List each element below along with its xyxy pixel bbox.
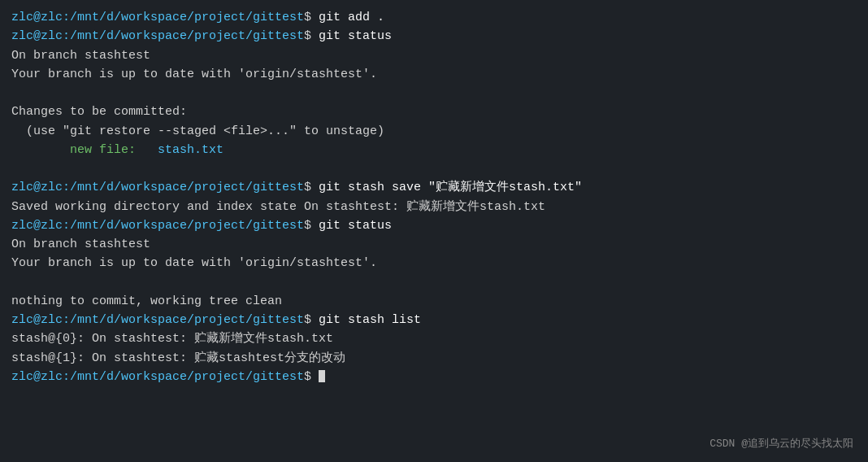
terminal-line: zlc@zlc:/mnt/d/workspace/project/gittest… <box>11 368 857 386</box>
watermark: CSDN @追到乌云的尽头找太阳 <box>710 436 853 452</box>
terminal-line: nothing to commit, working tree clean <box>11 292 857 311</box>
terminal-line: stash@{1}: On stashtest: 贮藏stashtest分支的改… <box>11 349 857 368</box>
terminal-line: Your branch is up to date with 'origin/s… <box>11 65 857 84</box>
terminal-line: Changes to be committed: <box>11 102 857 121</box>
terminal-line: stash@{0}: On stashtest: 贮藏新增文件stash.txt <box>11 329 857 348</box>
terminal-line: (use "git restore --staged <file>..." to… <box>11 122 857 141</box>
terminal-line <box>11 159 857 178</box>
terminal-line: zlc@zlc:/mnt/d/workspace/project/gittest… <box>11 216 857 235</box>
terminal-output: zlc@zlc:/mnt/d/workspace/project/gittest… <box>11 8 857 386</box>
terminal-line: zlc@zlc:/mnt/d/workspace/project/gittest… <box>11 311 857 329</box>
terminal-line <box>11 84 857 102</box>
terminal-line: zlc@zlc:/mnt/d/workspace/project/gittest… <box>11 27 857 46</box>
terminal-line: On branch stashtest <box>11 46 857 65</box>
terminal-line: Your branch is up to date with 'origin/s… <box>11 254 857 272</box>
terminal-line: On branch stashtest <box>11 235 857 254</box>
terminal-line <box>11 273 857 292</box>
terminal-line: zlc@zlc:/mnt/d/workspace/project/gittest… <box>11 8 857 27</box>
terminal-window: zlc@zlc:/mnt/d/workspace/project/gittest… <box>0 0 868 462</box>
terminal-line: Saved working directory and index state … <box>11 198 857 216</box>
terminal-line: new file: stash.txt <box>11 141 857 159</box>
terminal-line: zlc@zlc:/mnt/d/workspace/project/gittest… <box>11 178 857 197</box>
